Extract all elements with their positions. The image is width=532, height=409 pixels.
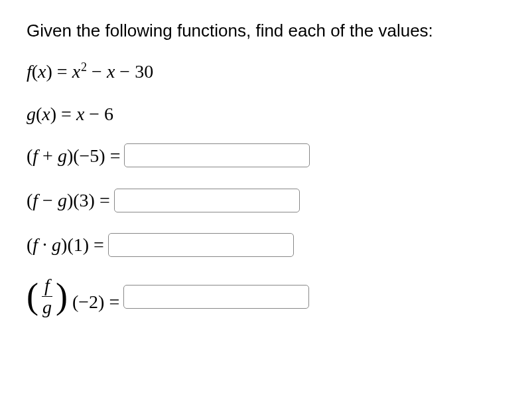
problem-2-expression: (f − g)(3) = (27, 187, 110, 213)
problem-1-expression: (f + g)(−5) = (27, 143, 120, 169)
problem-row-2: (f − g)(3) = (27, 187, 505, 213)
problem-row-1: (f + g)(−5) = (27, 143, 505, 169)
answer-input-1[interactable] (124, 143, 310, 167)
problem-4-argument: (−2) = (72, 291, 119, 312)
answer-input-4[interactable] (123, 285, 309, 309)
function-g-definition: g(x) = x − 6 (27, 101, 505, 127)
answer-input-3[interactable] (108, 233, 294, 257)
fraction-numerator: f (42, 276, 52, 297)
fraction-denominator: g (40, 297, 54, 317)
problem-row-3: (f · g)(1) = (27, 232, 505, 258)
function-f-definition: f(x) = x2 − x − 30 (27, 58, 505, 84)
problem-4-expression: ( f g ) (−2) = (27, 276, 119, 317)
problem-title: Given the following functions, find each… (27, 19, 505, 42)
problem-3-expression: (f · g)(1) = (27, 232, 104, 258)
problem-row-4: ( f g ) (−2) = (27, 276, 505, 317)
answer-input-2[interactable] (114, 189, 300, 212)
